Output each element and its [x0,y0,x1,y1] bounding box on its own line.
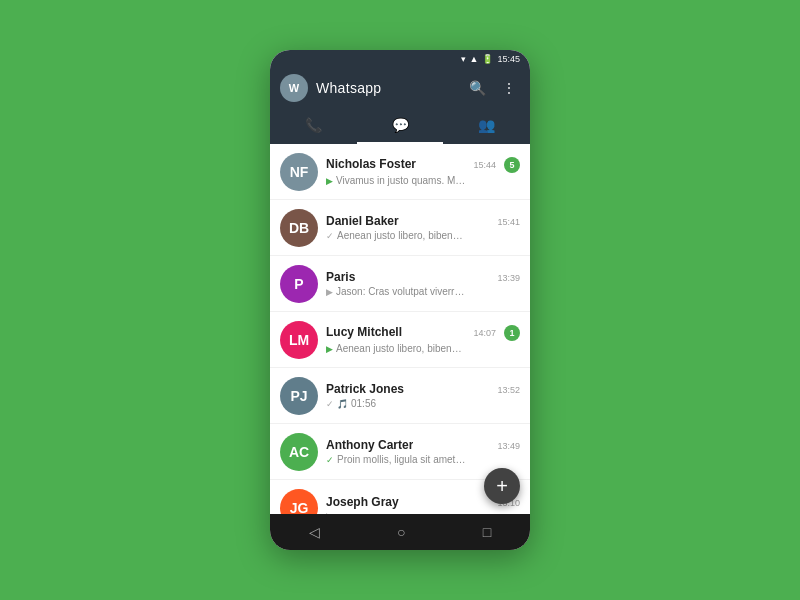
calls-icon: 📞 [305,117,322,133]
chats-icon: 💬 [392,117,409,133]
app-bar: W Whatsapp 🔍 ⋮ [270,68,530,108]
chat-item[interactable]: LM Lucy Mitchell 14:07 1 ▶ Aenean justo … [270,312,530,368]
chat-time: 15:41 [497,217,520,227]
audio-icon: 🎵 [337,399,348,409]
chat-name: Paris [326,270,355,284]
home-button[interactable]: ○ [397,524,405,540]
forward-icon: ▶ [326,176,333,186]
signal-icon: ▾ [461,54,466,64]
avatar-initials: P [280,265,318,303]
status-time: 15:45 [497,54,520,64]
chat-preview-text: Vivamus in justo quams. Mauris sit... [336,175,466,186]
avatar-initials: NF [280,153,318,191]
avatar-initials: PJ [280,377,318,415]
chat-name: Anthony Carter [326,438,413,452]
chat-name: Lucy Mitchell [326,325,402,339]
chat-name: Nicholas Foster [326,157,416,171]
phone-frame: ▾ ▲ 🔋 15:45 W Whatsapp 🔍 ⋮ 📞 💬 👥 NF [270,50,530,550]
avatar-initials: AC [280,433,318,471]
chat-avatar: NF [280,153,318,191]
avatar-initials: JG [280,489,318,515]
chat-item[interactable]: PJ Patrick Jones 13:52 ✓ 🎵 01:56 [270,368,530,424]
search-icon[interactable]: 🔍 [465,76,490,100]
chat-avatar: AC [280,433,318,471]
forward-icon: ▶ [326,511,333,515]
chat-time: 13:39 [497,273,520,283]
tab-contacts[interactable]: 👥 [443,108,530,144]
unread-badge: 1 [504,325,520,341]
wifi-icon: ▲ [470,54,479,64]
tab-chats[interactable]: 💬 [357,108,444,144]
recent-button[interactable]: □ [483,524,491,540]
check-icon: ✓ [326,399,334,409]
back-button[interactable]: ◁ [309,524,320,540]
chat-preview-text: Aenean justo libero, bibendum nece... [336,343,466,354]
chat-item[interactable]: DB Daniel Baker 15:41 ✓ Aenean justo lib… [270,200,530,256]
chat-preview-text: Jason: Cras volutpat viverra lorem at fi… [336,286,466,297]
chat-content: Lucy Mitchell 14:07 1 ▶ Aenean justo lib… [326,325,520,354]
tab-calls[interactable]: 📞 [270,108,357,144]
chat-preview-text: 01:56 [351,398,376,409]
chat-content: Anthony Carter 13:49 ✓ Proin mollis, lig… [326,438,520,465]
forward-icon: ▶ [326,287,333,297]
chat-time: 14:07 [473,328,496,338]
plus-icon: + [496,475,508,498]
nav-bar: ◁ ○ □ [270,514,530,550]
chat-avatar: LM [280,321,318,359]
chat-item[interactable]: P Paris 13:39 ▶ Jason: Cras volutpat viv… [270,256,530,312]
chat-avatar: DB [280,209,318,247]
chat-list: NF Nicholas Foster 15:44 5 ▶ Vivamus in … [270,144,530,514]
check-icon: ✓ [326,231,334,241]
avatar-initials: LM [280,321,318,359]
chat-content: Patrick Jones 13:52 ✓ 🎵 01:56 [326,382,520,409]
app-avatar: W [280,74,308,102]
compose-fab[interactable]: + [484,468,520,504]
chat-time: 13:49 [497,441,520,451]
chat-time: 13:52 [497,385,520,395]
contacts-icon: 👥 [478,117,495,133]
chat-avatar: JG [280,489,318,515]
chat-name: Daniel Baker [326,214,399,228]
avatar-initials: DB [280,209,318,247]
chat-content: Paris 13:39 ▶ Jason: Cras volutpat viver… [326,270,520,297]
chat-avatar: P [280,265,318,303]
chat-avatar: PJ [280,377,318,415]
status-bar: ▾ ▲ 🔋 15:45 [270,50,530,68]
more-icon[interactable]: ⋮ [498,76,520,100]
chat-time: 15:44 [473,160,496,170]
app-title: Whatsapp [316,80,457,96]
chat-preview-text: Aenean justo libero, bibendum nec phae..… [337,230,467,241]
forward-icon: ▶ [326,344,333,354]
chat-item[interactable]: NF Nicholas Foster 15:44 5 ▶ Vivamus in … [270,144,530,200]
chat-content: Daniel Baker 15:41 ✓ Aenean justo libero… [326,214,520,241]
chat-name: Joseph Gray [326,495,399,509]
tab-bar: 📞 💬 👥 [270,108,530,144]
battery-icon: 🔋 [482,54,493,64]
chat-preview-text: Proin mollis, ligula sit amet curs... [337,454,467,465]
check-icon: ✓ [326,455,334,465]
chat-content: Nicholas Foster 15:44 5 ▶ Vivamus in jus… [326,157,520,186]
unread-badge: 5 [504,157,520,173]
chat-name: Patrick Jones [326,382,404,396]
